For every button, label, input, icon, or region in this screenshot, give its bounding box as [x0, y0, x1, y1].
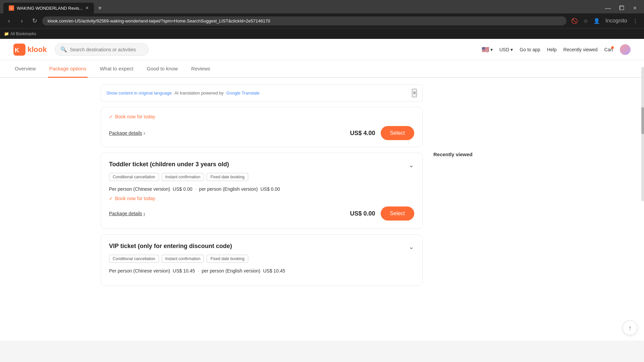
- vip-tag-fixed-date: Fixed date booking: [207, 255, 248, 263]
- partial-select-button[interactable]: Select: [381, 126, 414, 140]
- partial-package-card: ✓ Book now for today Package details › U…: [101, 107, 423, 147]
- tab-bar: K WAKING WONDERLAND Revis... × + — ⧠ ×: [0, 0, 644, 13]
- vip-price-value-1: US$ 10.45: [173, 268, 195, 274]
- toddler-total-price: US$ 0.00: [350, 210, 375, 217]
- search-bar[interactable]: 🔍: [55, 43, 149, 56]
- vip-card-header: VIP ticket (only for entering discount c…: [109, 243, 414, 251]
- tab-what-to-expect[interactable]: What to expect: [98, 60, 135, 78]
- back-button[interactable]: ‹: [4, 16, 14, 26]
- avatar-image: [620, 44, 631, 55]
- tag-fixed-date: Fixed date booking: [207, 173, 248, 181]
- toddler-book-now: ✓ Book now for today: [109, 196, 414, 201]
- toddler-price-label-1: Per person (Chinese version): [109, 186, 170, 192]
- recently-viewed-heading: Recently viewed: [433, 152, 527, 157]
- logo-icon: K: [13, 44, 25, 56]
- toddler-price-value-1: US$ 0.00: [173, 186, 192, 192]
- maximize-button[interactable]: ⧠: [615, 3, 629, 13]
- toddler-price-value-2: US$ 0.00: [260, 186, 280, 192]
- vip-ticket-card: VIP ticket (only for entering discount c…: [101, 234, 423, 286]
- translation-bar-close-button[interactable]: ×: [412, 89, 417, 97]
- tag-instant-confirmation: Instant confirmation: [162, 173, 204, 181]
- vip-tag-conditional-cancellation: Conditional cancellation: [109, 255, 159, 263]
- bookmarks-label-text: All Bookmarks: [10, 32, 36, 36]
- chevron-down-icon: ▾: [490, 47, 493, 52]
- vip-pricing-row: Per person (Chinese version) US$ 10.45 ·…: [109, 268, 414, 274]
- show-original-link[interactable]: Show content in original language: [106, 90, 172, 96]
- toddler-check-icon: ✓: [109, 196, 113, 201]
- tag-conditional-cancellation: Conditional cancellation: [109, 173, 159, 181]
- go-to-app-link[interactable]: Go to app: [520, 47, 540, 52]
- close-button[interactable]: ×: [629, 3, 641, 13]
- currency-chevron-icon: ▾: [511, 47, 513, 52]
- help-link[interactable]: Help: [547, 47, 557, 52]
- toddler-select-button[interactable]: Select: [381, 206, 414, 221]
- cart-button[interactable]: Cart: [604, 47, 613, 52]
- currency-label: USD: [499, 47, 509, 52]
- recently-viewed-link[interactable]: Recently viewed: [564, 47, 598, 52]
- eye-slash-icon[interactable]: 🚫: [569, 16, 580, 26]
- browser-chrome: K WAKING WONDERLAND Revis... × + — ⧠ × ‹…: [0, 0, 644, 39]
- logo-text: klook: [28, 45, 47, 54]
- profile-icon[interactable]: 👤: [591, 16, 602, 26]
- active-tab[interactable]: K WAKING WONDERLAND Revis... ×: [3, 3, 94, 13]
- toddler-card-expand-button[interactable]: ⌄: [409, 161, 414, 169]
- vip-price-label-1: Per person (Chinese version): [109, 268, 170, 274]
- vip-price-separator: ·: [198, 268, 199, 274]
- scrollbar[interactable]: [641, 67, 644, 201]
- bookmark-icon[interactable]: ☆: [581, 16, 590, 26]
- toddler-package-details-link[interactable]: Package details ›: [109, 211, 145, 216]
- tab-reviews[interactable]: Reviews: [190, 60, 212, 78]
- bookmarks-bar: 📁 All Bookmarks: [0, 28, 644, 39]
- language-selector[interactable]: 🇺🇸 ▾: [482, 46, 493, 53]
- tab-package-options[interactable]: Package options: [48, 60, 88, 78]
- toddler-details-text: Package details: [109, 211, 142, 216]
- incognito-label[interactable]: Incognito: [603, 16, 629, 26]
- scrollbar-thumb[interactable]: [641, 107, 644, 134]
- back-to-top-button[interactable]: ↑: [623, 320, 637, 335]
- tab-overview[interactable]: Overview: [13, 60, 37, 78]
- toddler-ticket-card: Toddler ticket (children under 3 years o…: [101, 153, 423, 229]
- vip-price-value-2: US$ 10.45: [263, 268, 285, 274]
- ai-translation-text: AI translation powered by: [174, 90, 224, 96]
- tab-close-btn[interactable]: ×: [86, 5, 89, 11]
- vip-card-title: VIP ticket (only for entering discount c…: [109, 243, 232, 250]
- new-tab-button[interactable]: +: [95, 3, 105, 13]
- site-header: K klook 🔍 🇺🇸 ▾ USD ▾ Go to app Help Rece…: [0, 39, 644, 60]
- toddler-card-title: Toddler ticket (children under 3 years o…: [109, 161, 229, 168]
- flag-icon: 🇺🇸: [482, 46, 489, 53]
- partial-total-price: US$ 4.00: [350, 130, 375, 137]
- vip-tag-instant-confirmation: Instant confirmation: [162, 255, 204, 263]
- minimize-button[interactable]: —: [601, 3, 615, 13]
- toddler-card-header: Toddler ticket (children under 3 years o…: [109, 161, 414, 169]
- forward-button[interactable]: ›: [17, 16, 27, 26]
- sidebar: Recently viewed: [433, 84, 527, 291]
- address-bar[interactable]: [42, 16, 567, 25]
- toddler-card-footer: Package details › US$ 0.00 Select: [109, 206, 414, 221]
- svg-text:K: K: [15, 47, 19, 54]
- translation-bar: Show content in original language AI tra…: [101, 84, 423, 102]
- toddler-price-label-2: per person (English version): [199, 186, 258, 192]
- vip-price-label-2: per person (English version): [202, 268, 260, 274]
- partial-book-now-label: Book now for today: [115, 114, 155, 119]
- partial-package-details-link[interactable]: Package details: [109, 130, 142, 136]
- currency-selector[interactable]: USD ▾: [499, 47, 513, 52]
- tab-title: WAKING WONDERLAND Revis...: [17, 6, 83, 11]
- vip-card-expand-button[interactable]: ⌄: [409, 243, 414, 251]
- menu-icon[interactable]: ⋮: [631, 16, 640, 26]
- page-content: K klook 🔍 🇺🇸 ▾ USD ▾ Go to app Help Rece…: [0, 39, 644, 341]
- toddler-book-now-label: Book now for today: [115, 196, 155, 201]
- logo[interactable]: K klook: [13, 44, 47, 56]
- browser-toolbar: ‹ › ↻ 🚫 ☆ 👤 Incognito ⋮: [0, 13, 644, 28]
- avatar[interactable]: [620, 44, 631, 55]
- tab-good-to-know[interactable]: Good to know: [146, 60, 179, 78]
- main-content: Show content in original language AI tra…: [87, 78, 557, 298]
- toddler-details-chevron-icon: ›: [144, 211, 145, 216]
- book-now-check-icon: ✓: [109, 114, 113, 119]
- toddler-card-tags: Conditional cancellation Instant confirm…: [109, 173, 414, 181]
- arrow-up-icon: ↑: [628, 324, 632, 332]
- price-separator: ·: [195, 186, 196, 192]
- refresh-button[interactable]: ↻: [30, 16, 40, 26]
- search-input[interactable]: [70, 47, 137, 52]
- bookmarks-folder-icon[interactable]: 📁 All Bookmarks: [4, 32, 36, 36]
- vip-card-tags: Conditional cancellation Instant confirm…: [109, 255, 414, 263]
